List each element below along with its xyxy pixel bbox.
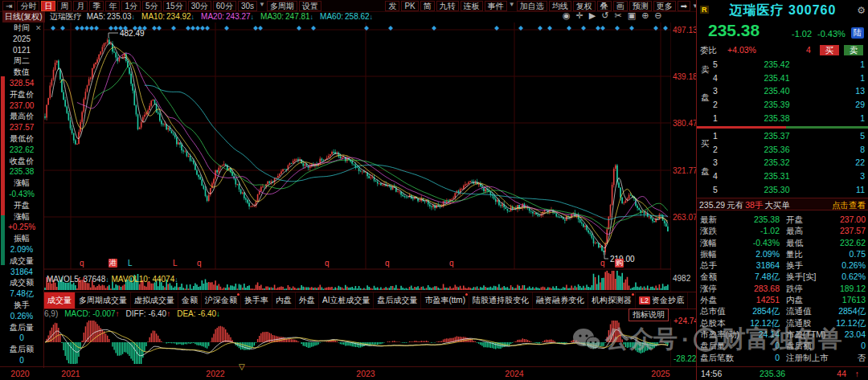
toolbar-button[interactable]: 简: [420, 1, 435, 11]
event-marker[interactable]: 港: [108, 259, 117, 268]
period-button[interactable]: 5分: [142, 1, 162, 11]
stock-title[interactable]: 迈瑞医疗 300760: [697, 2, 868, 19]
macd-chart[interactable]: [44, 319, 671, 366]
undo-icon[interactable]: ↺: [601, 10, 608, 21]
zoom-out-icon[interactable]: ⊖: [654, 10, 661, 21]
tab-label: 多周期成交量: [79, 295, 127, 306]
event-marker[interactable]: q: [600, 259, 605, 268]
tab-item[interactable]: 盘后成交量: [374, 292, 421, 308]
notice-action-link[interactable]: 点击查看: [832, 198, 866, 210]
event-marker[interactable]: q: [80, 259, 84, 268]
event-marker[interactable]: q: [197, 259, 202, 268]
event-marker[interactable]: L: [128, 259, 133, 268]
gear-icon[interactable]: ⚙: [857, 5, 866, 16]
order-book-row[interactable]: 5235.421: [697, 58, 868, 72]
tab-item[interactable]: 多周期成交量: [76, 292, 131, 308]
play-icon[interactable]: ▶: [589, 10, 596, 21]
settings-button[interactable]: 设置: [299, 1, 321, 11]
toolbar-button[interactable]: 均线: [549, 1, 571, 11]
eye-icon[interactable]: ◉: [563, 10, 571, 21]
tab-item[interactable]: 虚拟成交量: [131, 292, 178, 308]
event-marker[interactable]: L: [173, 259, 178, 268]
event-marker[interactable]: q: [325, 259, 330, 268]
sell-button[interactable]: 卖: [844, 45, 863, 55]
tab-item[interactable]: 换手率: [241, 292, 272, 308]
stat-label: 最新: [700, 214, 717, 225]
lock-icon[interactable]: ▣: [628, 10, 636, 21]
notice-text: 大买单: [764, 198, 790, 210]
period-button[interactable]: 年: [105, 1, 120, 11]
scissors-icon[interactable]: ✂: [615, 10, 622, 21]
tab-item[interactable]: 陆股通持股变化: [469, 292, 533, 308]
stat-label: 总手: [700, 259, 717, 271]
stats-cell: 盘后额0: [783, 340, 868, 351]
period-button[interactable]: 季: [89, 1, 104, 11]
period-button[interactable]: 月: [73, 1, 88, 11]
order-book-row[interactable]: 1235.375: [697, 129, 868, 143]
jump-icon[interactable]: ⇥: [2, 1, 15, 11]
chevron-down-icon[interactable]: ▼: [509, 1, 515, 11]
tab-item[interactable]: 沪深金额: [202, 292, 241, 308]
period-button[interactable]: 60分: [213, 1, 236, 11]
period-button[interactable]: 分时: [17, 1, 39, 11]
tab-item[interactable]: 市盈率(ttm): [421, 292, 469, 308]
buy-button[interactable]: 买: [820, 45, 839, 55]
hand-icon[interactable]: ✛: [576, 10, 583, 21]
toolbar-button[interactable]: 叠: [597, 1, 612, 11]
order-book-row[interactable]: 2235.368: [697, 143, 868, 157]
chevron-down-icon[interactable]: ▼: [259, 1, 265, 11]
tab-item[interactable]: AI立桩成交量: [319, 292, 374, 308]
volume-axis-label: 4982: [673, 274, 690, 283]
toolbar-button[interactable]: 画: [613, 1, 628, 11]
order-book-row[interactable]: 2235.3929: [697, 98, 868, 112]
tab-item[interactable]: 融资融券变化: [533, 292, 588, 308]
mavol5-value: 37648: [83, 275, 105, 284]
sidebar-row: 31864: [0, 267, 43, 278]
time-axis-label: 2022: [206, 369, 224, 378]
tab-item[interactable]: 外盘: [296, 292, 319, 308]
order-book-row[interactable]: 4235.313: [697, 170, 868, 183]
toolbar-button[interactable]: PK: [401, 1, 418, 11]
period-button[interactable]: 30s: [238, 1, 257, 11]
tab-item[interactable]: 内盘: [272, 292, 296, 308]
toolbar-button[interactable]: 连板: [461, 1, 483, 11]
sidebar-row: 涨幅: [0, 211, 43, 223]
sidebar-row: 开盘价: [0, 89, 43, 100]
stat-label: 涨停: [700, 283, 717, 294]
order-book-row[interactable]: 3235.3222: [697, 156, 868, 170]
order-book-row[interactable]: 1235.381: [697, 111, 868, 125]
order-book-row[interactable]: 4235.411: [697, 72, 868, 85]
event-marker[interactable]: 购: [615, 259, 624, 268]
tab-item[interactable]: 机构探测器: [588, 292, 636, 308]
period-button[interactable]: 日: [41, 1, 55, 11]
tab-item[interactable]: 金额: [178, 292, 202, 308]
period-button[interactable]: 30分: [188, 1, 211, 11]
order-book-row[interactable]: 5235.3011: [697, 182, 868, 196]
arrow-icon[interactable]: ➡: [678, 1, 690, 11]
candlestick-chart[interactable]: 482.49219.00: [44, 22, 671, 292]
last-price: 235.38: [708, 21, 760, 40]
tab-item[interactable]: L2资金抄底: [636, 292, 688, 308]
chart-mode-label[interactable]: 日线(复权): [2, 11, 45, 22]
big-order-notice[interactable]: 235.29 元有 38手 大买单 点击查看: [697, 198, 868, 210]
buy-strength: [697, 126, 786, 129]
toolbar-button[interactable]: 更多: [653, 1, 676, 11]
toolbar-button[interactable]: 发: [385, 1, 399, 11]
tab-active[interactable]: 成交量: [44, 292, 76, 308]
toolbar-button[interactable]: 加自选: [517, 1, 547, 11]
toolbar-button[interactable]: 事件: [485, 1, 507, 11]
multi-period-button[interactable]: 多周期: [267, 1, 297, 11]
period-button[interactable]: 1分: [121, 1, 141, 11]
period-button[interactable]: 15分: [163, 1, 186, 11]
toolbar-button[interactable]: 复权: [573, 1, 596, 11]
order-book-row[interactable]: 3235.4013: [697, 84, 868, 98]
time-axis-label: 2021: [61, 369, 80, 378]
stats-cell: 外盘14251: [697, 294, 783, 305]
toolbar-button[interactable]: 预测: [629, 1, 652, 11]
zoom-in-icon[interactable]: ⊕: [641, 10, 649, 21]
event-marker[interactable]: q: [449, 259, 454, 268]
event-marker[interactable]: q: [385, 259, 390, 268]
toolbar-button[interactable]: 九转: [436, 1, 459, 11]
toolbar-right-buttons: 发PK简九转连板事件▼加自选均线复权叠画预测更多: [385, 1, 675, 11]
period-button[interactable]: 周: [57, 1, 72, 11]
